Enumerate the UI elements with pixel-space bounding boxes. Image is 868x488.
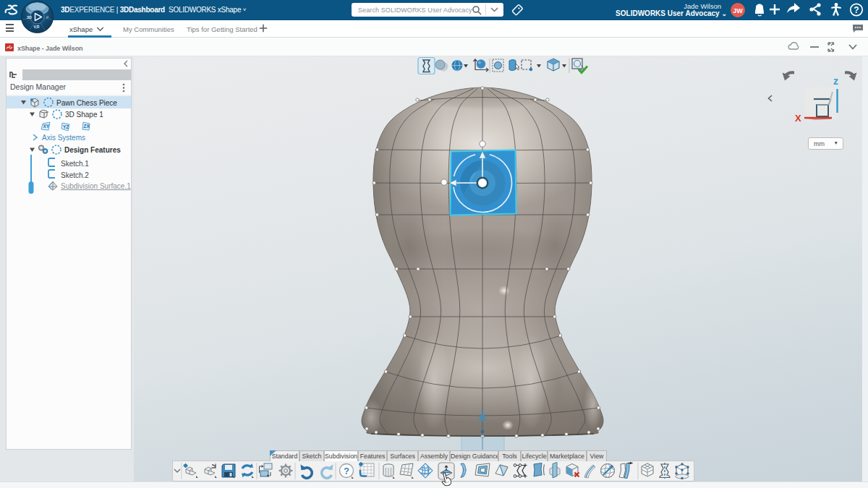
svg-text:?: ? [344,466,349,476]
svg-text:Sketch.2: Sketch.2 [61,171,89,179]
svg-text:Subdivision Surface.1: Subdivision Surface.1 [61,182,131,190]
svg-text:Design Features: Design Features [64,146,121,154]
svg-text:XY: XY [43,124,50,129]
svg-text:i²: i² [46,15,48,20]
svg-text:z: z [833,75,838,87]
svg-text:3D: 3D [27,15,32,20]
svg-text:X: X [795,113,801,124]
svg-text:Pawn Chess Piece: Pawn Chess Piece [56,99,117,107]
svg-text:Axis Systems: Axis Systems [42,134,85,142]
svg-text:Sketch.1: Sketch.1 [61,160,89,168]
svg-text:ZX: ZX [84,124,90,129]
svg-text:JW: JW [733,7,743,14]
svg-text:3D Shape 1: 3D Shape 1 [65,111,103,119]
svg-text:YZ: YZ [63,124,69,129]
svg-text:Design Manager: Design Manager [10,82,67,91]
svg-text:?: ? [854,5,859,15]
svg-text:V,R: V,R [34,25,40,29]
